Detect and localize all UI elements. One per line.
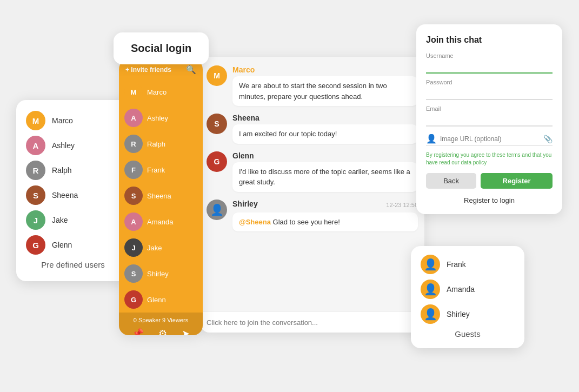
password-label: Password [426, 79, 553, 85]
predefined-user-marco[interactable]: M Marco [26, 111, 120, 130]
username-jake: Jake [52, 216, 68, 224]
sidebar-avatar-jake: J [124, 238, 143, 257]
pin-icon[interactable]: 📌 [132, 328, 144, 335]
sidebar-item-glenn[interactable]: G Glenn [119, 287, 203, 313]
image-url-row: 👤 📎 [426, 132, 553, 146]
guest-name-shirley: Shirley [447, 310, 470, 318]
terms-text: By registering you agree to these terms … [426, 151, 553, 167]
username-glenn: Glenn [52, 241, 72, 249]
sidebar-item-jake[interactable]: J Jake [119, 235, 203, 261]
sidebar-name-frank: Frank [147, 166, 165, 174]
msg-sender-sheena: Sheena [232, 114, 418, 122]
chat-avatar-glenn: G [207, 151, 227, 172]
attach-icon: 📎 [543, 135, 553, 143]
register-to-login-link[interactable]: Register to login [426, 196, 553, 204]
guest-name-amanda: Amanda [447, 285, 475, 294]
chat-panel: M Marco We are about to start the second… [200, 57, 424, 333]
social-login-tooltip: Social login [114, 32, 209, 64]
guest-row-shirley: 👤 Shirley [421, 304, 515, 324]
msg-sender-shirley: Shirley [232, 200, 258, 208]
chat-message-glenn: G Glenn I'd like to discuss more of the … [207, 151, 418, 192]
msg-bubble-shirley: @Sheena Glad to see you here! [232, 212, 418, 232]
sidebar-item-shirley[interactable]: S Shirley [119, 261, 203, 287]
sidebar-name-jake: Jake [147, 244, 162, 252]
sidebar-footer: 0 Speaker 9 Viewers 📌 ⚙ ➤ [119, 313, 203, 335]
chat-message-sheena: S Sheena I am excited for our topic toda… [207, 114, 418, 144]
chat-input[interactable] [207, 318, 418, 327]
msg-content-sheena: Sheena I am excited for our topic today! [232, 114, 418, 144]
username-marco: Marco [52, 116, 73, 125]
sidebar-item-amanda[interactable]: A Amanda [119, 209, 203, 235]
predefined-user-sheena[interactable]: S Sheena [26, 185, 120, 205]
username-label: Username [426, 52, 553, 59]
predefined-user-ashley[interactable]: A Ashley [26, 136, 120, 155]
register-title: Join this chat [426, 35, 553, 45]
speaker-viewer-status: 0 Speaker 9 Viewers [124, 317, 197, 323]
guests-panel-title: Guests [421, 329, 515, 338]
sidebar-item-ashley[interactable]: A Ashley [119, 105, 203, 131]
back-button[interactable]: Back [426, 173, 476, 189]
sidebar-avatar-ralph: R [124, 135, 143, 153]
chat-messages: M Marco We are about to start the second… [200, 57, 424, 311]
sidebar-name-ashley: Ashley [147, 114, 168, 122]
invite-friends-button[interactable]: + Invite friends [125, 66, 171, 74]
guest-avatar-amanda: 👤 [421, 280, 440, 299]
msg-sender-marco: Marco [232, 65, 418, 74]
register-panel: Join this chat Username Password Email 👤… [416, 24, 562, 214]
sidebar-avatar-amanda: A [124, 212, 143, 231]
avatar-ralph: R [26, 161, 45, 180]
email-input[interactable] [426, 114, 553, 127]
sidebar-avatar-frank: F [124, 161, 143, 179]
predefined-user-jake[interactable]: J Jake [26, 210, 120, 230]
guest-row-frank: 👤 Frank [421, 255, 515, 274]
sidebar-item-marco[interactable]: M Marco [119, 79, 203, 105]
predefined-panel-title: Pre defined users [26, 260, 120, 269]
settings-icon[interactable]: ⚙ [158, 328, 167, 335]
person-icon: 👤 [426, 134, 437, 144]
username-sheena: Sheena [52, 191, 78, 200]
sidebar-item-sheena[interactable]: S Sheena [119, 183, 203, 209]
image-url-input[interactable] [440, 135, 540, 143]
sidebar-item-ralph[interactable]: R Ralph [119, 131, 203, 157]
sidebar-avatar-shirley: S [124, 264, 143, 283]
register-button[interactable]: Register [481, 173, 553, 189]
register-buttons: Back Register [426, 173, 553, 189]
guests-panel: 👤 Frank 👤 Amanda 👤 Shirley Guests [411, 246, 524, 348]
exit-icon[interactable]: ➤ [182, 328, 190, 335]
avatar-sheena: S [26, 185, 45, 205]
msg-sender-glenn: Glenn [232, 151, 418, 160]
predefined-user-glenn[interactable]: G Glenn [26, 235, 120, 255]
chat-message-shirley: 👤 Shirley 12-23 12:56 @Sheena Glad to se… [207, 200, 418, 232]
sidebar-footer-icons: 📌 ⚙ ➤ [124, 328, 197, 335]
msg-content-marco: Marco We are about to start the second s… [232, 65, 418, 106]
password-input[interactable] [426, 87, 553, 100]
msg-content-shirley: Shirley 12-23 12:56 @Sheena Glad to see … [232, 200, 418, 232]
predefined-user-ralph[interactable]: R Ralph [26, 161, 120, 180]
sidebar-avatar-glenn: G [124, 290, 143, 309]
sidebar-item-frank[interactable]: F Frank [119, 157, 203, 183]
email-label: Email [426, 105, 553, 112]
chat-message-marco: M Marco We are about to start the second… [207, 65, 418, 106]
sidebar-avatar-ashley: A [124, 109, 143, 127]
msg-meta-shirley: Shirley 12-23 12:56 [232, 200, 418, 210]
sidebar-name-ralph: Ralph [147, 140, 165, 148]
avatar-glenn: G [26, 235, 45, 255]
guest-name-frank: Frank [447, 260, 466, 269]
avatar-jake: J [26, 210, 45, 230]
predefined-users-panel: M Marco A Ashley R Ralph S Sheena J Jake… [16, 100, 130, 281]
sidebar: + Invite friends 🔍 M Marco A Ashley R Ra… [119, 59, 203, 335]
guest-avatar-frank: 👤 [421, 255, 440, 274]
chat-avatar-sheena: S [207, 114, 227, 134]
chat-avatar-shirley: 👤 [207, 200, 227, 220]
sidebar-name-amanda: Amanda [147, 218, 173, 226]
msg-bubble-glenn: I'd like to discuss more of the topic ea… [232, 162, 418, 192]
search-icon[interactable]: 🔍 [186, 65, 196, 75]
username-ashley: Ashley [52, 141, 75, 150]
social-login-label: Social login [131, 42, 191, 54]
sidebar-name-marco: Marco [147, 88, 167, 96]
username-input[interactable] [426, 61, 553, 74]
chat-input-bar[interactable] [200, 311, 424, 333]
chat-avatar-marco: M [207, 65, 227, 86]
username-ralph: Ralph [52, 166, 72, 175]
msg-content-glenn: Glenn I'd like to discuss more of the to… [232, 151, 418, 192]
